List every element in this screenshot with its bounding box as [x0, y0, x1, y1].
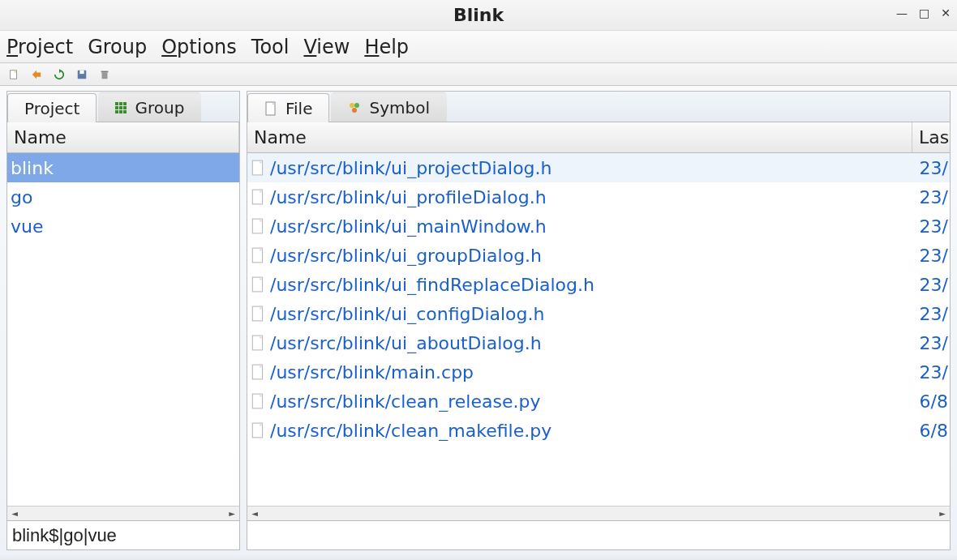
file-path: /usr/src/blink/ui_profileDialog.h: [270, 187, 916, 207]
file-path: /usr/src/blink/ui_configDialog.h: [270, 304, 916, 324]
file-icon: [251, 247, 265, 263]
close-button[interactable]: ✕: [941, 6, 951, 19]
svg-point-6: [350, 103, 354, 108]
table-row[interactable]: /usr/src/blink/ui_configDialog.h23/: [247, 299, 950, 328]
table-row[interactable]: /usr/src/blink/ui_aboutDialog.h23/: [247, 328, 950, 357]
file-date: 23/: [916, 304, 950, 324]
file-date: 23/: [916, 333, 950, 353]
file-icon: [251, 189, 265, 205]
menubar: Project Group Options Tool View Help: [0, 31, 957, 63]
tab-group[interactable]: Group: [98, 92, 201, 122]
file-date: 6/8: [916, 391, 950, 412]
project-name: vue: [11, 216, 239, 237]
right-panel: File Symbol Name Las /usr/src/blink/ui_p…: [247, 91, 951, 550]
file-date: 23/: [916, 158, 950, 178]
list-item[interactable]: go: [7, 182, 239, 212]
left-panel: Project Group Name blinkgovue ◄ ►: [6, 91, 240, 550]
table-row[interactable]: /usr/src/blink/ui_profileDialog.h23/: [247, 182, 950, 212]
right-header-row: Name Las: [247, 122, 950, 153]
refresh-icon[interactable]: [52, 67, 67, 82]
table-row[interactable]: /usr/src/blink/ui_mainWindow.h23/: [247, 212, 950, 241]
file-path: /usr/src/blink/ui_aboutDialog.h: [270, 333, 916, 353]
tab-project-label: Project: [24, 99, 79, 118]
tab-group-label: Group: [135, 98, 184, 118]
symbol-icon: [348, 101, 361, 114]
table-row[interactable]: /usr/src/blink/main.cpp23/: [247, 357, 950, 387]
file-icon: [251, 276, 265, 293]
svg-rect-3: [102, 72, 108, 79]
file-icon: [251, 218, 265, 234]
right-filter-input[interactable]: [247, 521, 950, 549]
window-controls: — □ ✕: [896, 6, 951, 19]
svg-rect-2: [79, 70, 84, 73]
scroll-left-icon[interactable]: ◄: [249, 508, 260, 519]
scroll-right-icon[interactable]: ►: [937, 508, 948, 519]
right-scrollbar[interactable]: ◄ ►: [247, 506, 950, 520]
maximize-button[interactable]: □: [919, 6, 929, 19]
toolbar: [0, 63, 957, 86]
file-date: 23/: [916, 246, 950, 266]
tab-file-label: File: [285, 99, 312, 118]
svg-rect-4: [101, 71, 109, 72]
left-filter-input[interactable]: [7, 521, 239, 549]
file-path: /usr/src/blink/clean_release.py: [270, 391, 916, 412]
table-row[interactable]: /usr/src/blink/ui_projectDialog.h23/: [247, 153, 950, 182]
new-icon[interactable]: [6, 67, 21, 82]
file-icon: [251, 335, 265, 351]
file-date: 23/: [916, 216, 950, 237]
menu-group[interactable]: Group: [88, 36, 147, 58]
tab-file[interactable]: File: [247, 93, 329, 122]
right-tabs: File Symbol: [247, 92, 950, 122]
left-tabs: Project Group: [7, 92, 239, 122]
titlebar: Blink — □ ✕: [0, 0, 957, 31]
menu-project[interactable]: Project: [6, 36, 73, 58]
left-header-name[interactable]: Name: [7, 122, 239, 152]
table-row[interactable]: /usr/src/blink/ui_findReplaceDialog.h23/: [247, 270, 950, 299]
grid-icon: [115, 102, 127, 113]
list-item[interactable]: blink: [7, 153, 239, 182]
save-icon[interactable]: [75, 67, 89, 82]
file-path: /usr/src/blink/ui_projectDialog.h: [270, 158, 916, 178]
left-filter: [7, 520, 239, 549]
open-icon[interactable]: [29, 67, 44, 82]
minimize-button[interactable]: —: [896, 6, 908, 19]
file-list: /usr/src/blink/ui_projectDialog.h23//usr…: [247, 153, 950, 506]
file-icon: [251, 160, 265, 176]
project-name: blink: [11, 158, 239, 178]
window-title: Blink: [453, 5, 504, 25]
menu-options[interactable]: Options: [161, 36, 237, 58]
project-name: go: [11, 187, 239, 207]
right-filter: [247, 520, 950, 549]
right-header-last[interactable]: Las: [912, 122, 950, 152]
table-row[interactable]: /usr/src/blink/clean_makefile.py6/8: [247, 416, 950, 445]
trash-icon[interactable]: [97, 67, 112, 82]
file-path: /usr/src/blink/clean_makefile.py: [270, 421, 916, 441]
right-header-name[interactable]: Name: [247, 122, 912, 152]
scroll-left-icon[interactable]: ◄: [9, 508, 20, 519]
file-path: /usr/src/blink/main.cpp: [270, 362, 916, 383]
tab-symbol[interactable]: Symbol: [331, 92, 447, 122]
file-path: /usr/src/blink/ui_groupDialog.h: [270, 246, 916, 266]
file-icon: [251, 364, 265, 380]
file-icon: [251, 422, 265, 438]
menu-help[interactable]: Help: [364, 36, 409, 58]
file-date: 23/: [916, 187, 950, 207]
menu-view[interactable]: View: [303, 36, 350, 58]
bottom-spacer: [0, 555, 957, 560]
left-scrollbar[interactable]: ◄ ►: [7, 506, 239, 520]
list-item[interactable]: vue: [7, 212, 239, 241]
tab-project[interactable]: Project: [7, 93, 97, 122]
table-row[interactable]: /usr/src/blink/clean_release.py6/8: [247, 387, 950, 416]
svg-point-7: [354, 103, 359, 108]
left-header-row: Name: [7, 122, 239, 153]
file-icon: [251, 393, 265, 409]
tab-symbol-label: Symbol: [369, 98, 430, 118]
menu-tool[interactable]: Tool: [251, 36, 290, 58]
file-date: 23/: [916, 275, 950, 295]
svg-point-8: [352, 108, 357, 113]
file-icon: [251, 306, 265, 322]
file-path: /usr/src/blink/ui_findReplaceDialog.h: [270, 275, 916, 295]
scroll-right-icon[interactable]: ►: [226, 508, 238, 519]
file-icon: [264, 101, 277, 116]
table-row[interactable]: /usr/src/blink/ui_groupDialog.h23/: [247, 241, 950, 270]
